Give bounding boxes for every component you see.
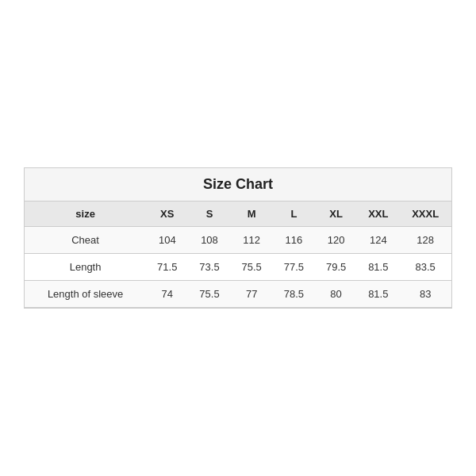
cell-0-3: 116: [273, 227, 315, 254]
chart-title-row: Size Chart: [25, 168, 451, 202]
row-label-2: Length of sleeve: [25, 281, 146, 308]
table-body: Cheat104108112116120124128Length71.573.5…: [25, 227, 451, 308]
size-chart-container: Size Chart sizeXSSMLXLXXLXXXL Cheat10410…: [24, 167, 452, 309]
header-l: L: [273, 202, 315, 227]
header-xl: XL: [315, 202, 357, 227]
table-row: Cheat104108112116120124128: [25, 227, 451, 254]
header-xs: XS: [146, 202, 188, 227]
size-chart-table: sizeXSSMLXLXXLXXXL Cheat1041081121161201…: [25, 202, 451, 308]
header-size-label: size: [25, 202, 146, 227]
cell-2-3: 78.5: [273, 281, 315, 308]
cell-2-1: 75.5: [188, 281, 230, 308]
cell-0-5: 124: [357, 227, 399, 254]
cell-2-5: 81.5: [357, 281, 399, 308]
header-m: M: [231, 202, 273, 227]
table-header: sizeXSSMLXLXXLXXXL: [25, 202, 451, 227]
cell-1-4: 79.5: [315, 254, 357, 281]
table-row: Length of sleeve7475.57778.58081.583: [25, 281, 451, 308]
cell-1-0: 71.5: [146, 254, 188, 281]
cell-1-3: 77.5: [273, 254, 315, 281]
cell-2-6: 83: [399, 281, 451, 308]
table-row: Length71.573.575.577.579.581.583.5: [25, 254, 451, 281]
cell-0-6: 128: [399, 227, 451, 254]
cell-1-6: 83.5: [399, 254, 451, 281]
cell-0-2: 112: [231, 227, 273, 254]
header-xxl: XXL: [357, 202, 399, 227]
cell-2-2: 77: [231, 281, 273, 308]
header-xxxl: XXXL: [399, 202, 451, 227]
cell-2-0: 74: [146, 281, 188, 308]
cell-1-5: 81.5: [357, 254, 399, 281]
row-label-0: Cheat: [25, 227, 146, 254]
cell-0-0: 104: [146, 227, 188, 254]
cell-1-1: 73.5: [188, 254, 230, 281]
cell-0-1: 108: [188, 227, 230, 254]
cell-0-4: 120: [315, 227, 357, 254]
cell-2-4: 80: [315, 281, 357, 308]
chart-title: Size Chart: [203, 176, 273, 192]
cell-1-2: 75.5: [231, 254, 273, 281]
header-row: sizeXSSMLXLXXLXXXL: [25, 202, 451, 227]
header-s: S: [188, 202, 230, 227]
row-label-1: Length: [25, 254, 146, 281]
